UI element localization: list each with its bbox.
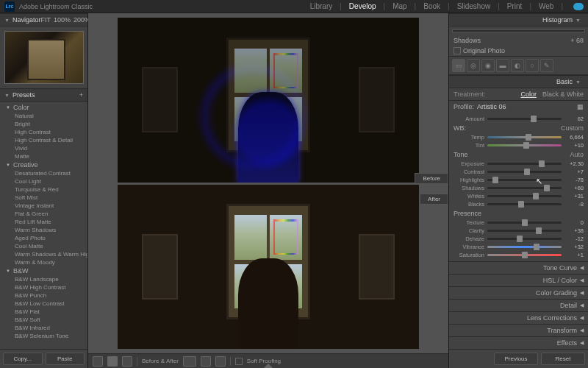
preset-item[interactable]: B&W High Contrast bbox=[0, 283, 87, 291]
preset-item[interactable]: B&W Landscape bbox=[0, 275, 87, 283]
slider-label: Clarity bbox=[453, 227, 484, 234]
slider-value: +7 bbox=[564, 169, 584, 175]
radial-tool-icon[interactable]: ○ bbox=[526, 59, 539, 72]
preset-item[interactable]: High Contrast & Detail bbox=[0, 136, 87, 144]
navigator-thumbnail[interactable] bbox=[4, 31, 84, 84]
paste-button[interactable]: Paste bbox=[46, 353, 85, 365]
after-image[interactable] bbox=[118, 185, 419, 350]
slider-track[interactable] bbox=[487, 195, 562, 197]
bottom-toolbar: Before & After Soft Proofing bbox=[88, 353, 448, 368]
module-slideshow[interactable]: Slideshow bbox=[457, 2, 491, 10]
module-library[interactable]: Library bbox=[310, 2, 333, 10]
preset-item[interactable]: B&W Soft bbox=[0, 316, 87, 324]
preset-item[interactable]: B&W Flat bbox=[0, 308, 87, 316]
preset-item[interactable]: Cool Light bbox=[0, 177, 87, 185]
previous-button[interactable]: Previous bbox=[494, 353, 538, 365]
slider-track[interactable] bbox=[487, 222, 562, 224]
ba-horiz-icon[interactable] bbox=[183, 356, 196, 367]
cloud-sync-icon[interactable] bbox=[573, 3, 584, 10]
ba-swap-icon[interactable] bbox=[201, 356, 211, 367]
panel-section[interactable]: Lens Corrections◀ bbox=[449, 311, 588, 324]
slider-track[interactable] bbox=[487, 179, 562, 181]
preset-group[interactable]: ▼B&W bbox=[0, 266, 87, 275]
loupe-view-icon[interactable] bbox=[93, 356, 103, 367]
triangle-icon: ◀ bbox=[580, 290, 584, 296]
slider-track[interactable] bbox=[487, 230, 562, 232]
preset-group[interactable]: ▼Color bbox=[0, 103, 87, 112]
profile-grid-icon[interactable]: ▦ bbox=[577, 103, 584, 110]
module-develop[interactable]: Develop bbox=[349, 2, 376, 10]
profile-value[interactable]: Artistic 06 bbox=[477, 103, 506, 110]
preset-item[interactable]: Desaturated Contrast bbox=[0, 169, 87, 177]
zoom-100[interactable]: 100% bbox=[54, 16, 71, 24]
panel-section[interactable]: HSL / Color◀ bbox=[449, 274, 588, 286]
preset-item[interactable]: B&W Selenium Tone bbox=[0, 332, 87, 340]
slider-track[interactable] bbox=[487, 136, 562, 138]
histogram-header[interactable]: Histogram ▼ bbox=[449, 13, 588, 26]
preset-item[interactable]: Red Lift Matte bbox=[0, 218, 87, 226]
panel-section[interactable]: Effects◀ bbox=[449, 336, 588, 349]
module-book[interactable]: Book bbox=[423, 2, 440, 10]
copy-button[interactable]: Copy... bbox=[3, 353, 43, 365]
ba-copy-icon[interactable] bbox=[215, 356, 226, 367]
slider-track[interactable] bbox=[487, 187, 562, 189]
slider-track[interactable] bbox=[487, 144, 562, 146]
plus-icon[interactable]: + bbox=[79, 91, 83, 99]
crop-tool-icon[interactable]: ▭ bbox=[452, 59, 465, 72]
preset-item[interactable]: High Contrast bbox=[0, 128, 87, 136]
slider-track[interactable] bbox=[487, 118, 562, 120]
basic-header[interactable]: Basic ▼ bbox=[449, 75, 588, 88]
compare-view-icon[interactable] bbox=[107, 356, 118, 367]
preset-item[interactable]: B&W Infrared bbox=[0, 324, 87, 332]
spot-tool-icon[interactable]: ◎ bbox=[467, 59, 480, 72]
preset-item[interactable]: B&W Punch bbox=[0, 291, 87, 300]
preset-item[interactable]: Vivid bbox=[0, 144, 87, 152]
slider-track[interactable] bbox=[487, 246, 562, 248]
mask-tool-icon[interactable]: ▬ bbox=[496, 59, 509, 72]
slider-label: Exposure bbox=[453, 160, 484, 167]
preset-item[interactable]: Cool Matte bbox=[0, 242, 87, 250]
preset-item[interactable]: Warm Shadows bbox=[0, 226, 87, 234]
slider-track[interactable] bbox=[487, 254, 562, 256]
original-checkbox[interactable] bbox=[453, 47, 461, 54]
treatment-color[interactable]: Color bbox=[520, 91, 537, 98]
preset-item[interactable]: Vintage Instant bbox=[0, 202, 87, 210]
module-print[interactable]: Print bbox=[507, 2, 523, 10]
preset-item[interactable]: B&W Low Contrast bbox=[0, 300, 87, 308]
slider-track[interactable] bbox=[487, 171, 562, 173]
navigator-header[interactable]: ▼ Navigator FIT100%200%▸ bbox=[0, 13, 87, 26]
brush-tool-icon[interactable]: ✎ bbox=[540, 59, 553, 72]
slider-track[interactable] bbox=[487, 163, 562, 165]
reset-button[interactable]: Reset bbox=[541, 353, 585, 365]
slider-track[interactable] bbox=[487, 203, 562, 205]
preset-item[interactable]: Warm Shadows & Warm Highlights bbox=[0, 250, 87, 258]
module-map[interactable]: Map bbox=[392, 2, 406, 10]
presets-header[interactable]: ▼ Presets + bbox=[0, 88, 87, 102]
preset-item[interactable]: Bright bbox=[0, 120, 87, 128]
redeye-tool-icon[interactable]: ◉ bbox=[481, 59, 495, 72]
preset-item[interactable]: Aged Photo bbox=[0, 234, 87, 242]
panel-section[interactable]: Tone Curve◀ bbox=[449, 261, 588, 274]
treatment-bw[interactable]: Black & White bbox=[542, 91, 584, 98]
preset-item[interactable]: Turquoise & Red bbox=[0, 185, 87, 194]
panel-section[interactable]: Detail◀ bbox=[449, 299, 588, 311]
before-label[interactable]: Before bbox=[415, 173, 448, 184]
panel-section[interactable]: Color Grading◀ bbox=[449, 286, 588, 299]
preset-item[interactable]: Soft Mist bbox=[0, 194, 87, 202]
preset-group[interactable]: ▼Creative bbox=[0, 160, 87, 169]
preset-item[interactable]: Matte bbox=[0, 152, 87, 160]
preset-item[interactable]: Warm & Moody bbox=[0, 258, 87, 266]
before-image[interactable] bbox=[118, 18, 419, 183]
ref-view-icon[interactable] bbox=[122, 356, 132, 367]
after-label[interactable]: After bbox=[420, 194, 448, 205]
histogram-chart[interactable] bbox=[452, 29, 585, 32]
preset-item[interactable]: Flat & Green bbox=[0, 210, 87, 218]
soft-proof-checkbox[interactable] bbox=[235, 358, 243, 365]
zoom-fit[interactable]: FIT bbox=[40, 16, 51, 24]
preset-item[interactable]: Natural bbox=[0, 112, 87, 120]
grad-tool-icon[interactable]: ◐ bbox=[511, 59, 524, 72]
slider-track[interactable] bbox=[487, 238, 562, 240]
module-web[interactable]: Web bbox=[539, 2, 553, 10]
panel-section[interactable]: Transform◀ bbox=[449, 324, 588, 336]
filmstrip-toggle-icon[interactable] bbox=[264, 364, 273, 368]
